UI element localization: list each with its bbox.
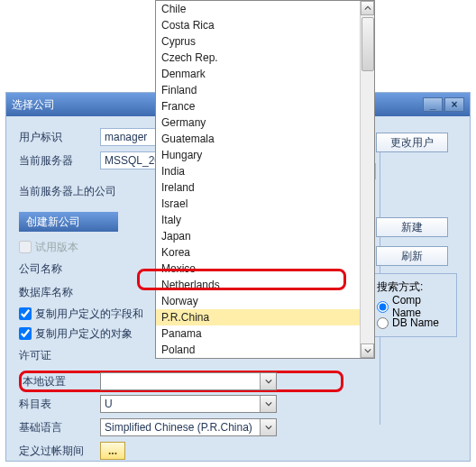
base-lang-combo[interactable]: Simplified Chinese (P.R.China) (100, 418, 277, 436)
label-chart: 科目表 (19, 397, 100, 412)
copy-fields-checkbox[interactable] (19, 307, 32, 320)
country-option[interactable]: Mexico (156, 261, 360, 277)
country-option[interactable]: Germany (156, 114, 360, 131)
close-button[interactable]: × (444, 97, 464, 112)
country-list: ChileCosta RicaCyprusCzech Rep.DenmarkFi… (156, 1, 360, 358)
label-company-name: 公司名称 (19, 261, 100, 277)
local-settings-combo[interactable] (100, 372, 277, 390)
country-option[interactable]: Denmark (156, 66, 360, 82)
scroll-thumb[interactable] (362, 17, 374, 71)
server-field[interactable]: MSSQL_200 (100, 151, 163, 169)
dialog-title: 选择公司 (12, 97, 55, 113)
label-db-name: 数据库名称 (19, 285, 100, 300)
country-option[interactable]: P.R.China (156, 309, 360, 325)
label-local-settings: 本地设置 (19, 374, 100, 389)
label-license: 许可证 (19, 348, 100, 363)
label-base-lang: 基础语言 (19, 420, 100, 435)
country-option[interactable]: Israel (156, 196, 360, 212)
country-option[interactable]: Czech Rep. (156, 50, 360, 66)
chevron-down-icon[interactable] (260, 396, 276, 412)
search-mode-box: 搜索方式: Comp Name DB Name (371, 273, 457, 337)
country-option[interactable]: Norway (156, 293, 360, 309)
radio-comp-name[interactable] (377, 301, 389, 313)
label-copy-fields: 复制用户定义的字段和 (35, 307, 143, 322)
label-trial: 试用版本 (35, 240, 78, 255)
scroll-up-button[interactable] (361, 1, 374, 15)
country-option[interactable]: Guatemala (156, 131, 360, 147)
label-companies: 当前服务器上的公司 (19, 184, 116, 199)
titlebar-buttons: _ × (423, 97, 464, 112)
dropdown-scrollbar[interactable] (360, 1, 374, 358)
right-buttons: 更改用户 新建 刷新 (376, 133, 457, 266)
country-option[interactable]: France (156, 98, 360, 114)
new-button[interactable]: 新建 (376, 217, 448, 237)
label-comp-name: Comp Name (392, 294, 451, 319)
label-server: 当前服务器 (19, 153, 100, 169)
country-option[interactable]: Chile (156, 1, 360, 17)
label-copy-objects: 复制用户定义的对象 (35, 326, 133, 342)
define-period-button[interactable]: ... (100, 442, 125, 460)
country-option[interactable]: Netherlands (156, 277, 360, 293)
label-period: 定义过帐期间 (19, 444, 100, 459)
country-option[interactable]: Hungary (156, 147, 360, 163)
country-option[interactable]: Costa Rica (156, 17, 360, 33)
section-new-company: 创建新公司 (19, 212, 118, 232)
label-user-id: 用户标识 (19, 130, 100, 145)
country-option[interactable]: Korea (156, 244, 360, 261)
chevron-down-icon[interactable] (260, 373, 276, 389)
country-option[interactable]: India (156, 163, 360, 179)
user-id-field[interactable]: manager (100, 128, 163, 146)
country-option[interactable]: Japan (156, 228, 360, 244)
change-user-button[interactable]: 更改用户 (376, 133, 448, 152)
country-option[interactable]: Poland (156, 342, 360, 358)
label-search-title: 搜索方式: (377, 279, 451, 295)
chevron-down-icon[interactable] (260, 419, 276, 435)
chart-combo[interactable]: U (100, 395, 277, 413)
country-option[interactable]: Finland (156, 82, 360, 98)
country-option[interactable]: Italy (156, 212, 360, 228)
radio-db-name[interactable] (377, 317, 389, 329)
country-dropdown[interactable]: ChileCosta RicaCyprusCzech Rep.DenmarkFi… (155, 0, 375, 359)
country-option[interactable]: Ireland (156, 179, 360, 196)
scroll-down-button[interactable] (361, 343, 374, 358)
refresh-button[interactable]: 刷新 (376, 246, 448, 266)
copy-objects-checkbox[interactable] (19, 327, 32, 340)
trial-checkbox[interactable] (19, 241, 32, 253)
label-db-name-opt: DB Name (392, 316, 439, 329)
minimize-button[interactable]: _ (423, 97, 443, 112)
country-option[interactable]: Panama (156, 325, 360, 342)
country-option[interactable]: Cyprus (156, 33, 360, 50)
